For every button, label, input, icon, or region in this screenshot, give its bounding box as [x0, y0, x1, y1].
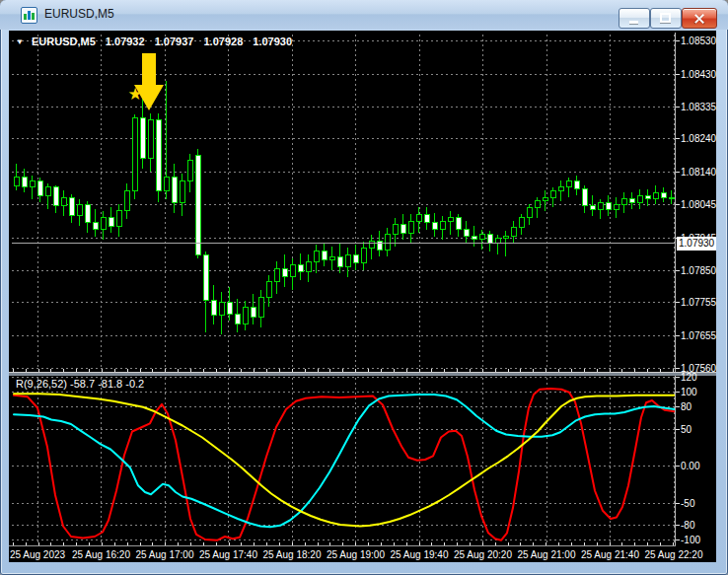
candle-body [337, 256, 342, 266]
indicator-scale-label: 50 [681, 424, 692, 435]
candle-body [432, 223, 437, 230]
candle-body [621, 199, 626, 204]
maximize-button[interactable] [650, 8, 682, 29]
time-axis-label: 25 Aug 16:20 [72, 549, 130, 560]
candle-body [543, 197, 547, 200]
candle-body [456, 218, 461, 230]
candle-body [203, 254, 208, 300]
candle-body [30, 180, 35, 187]
indicator-scale-label: 0.00 [681, 461, 700, 471]
candle-body [637, 195, 642, 202]
chart-window-icon [21, 7, 37, 24]
time-axis-label: 25 Aug 19:40 [391, 549, 449, 560]
price-axis-label: 1.08240 [681, 133, 716, 144]
pane-separator-bar[interactable] [9, 373, 716, 376]
candle-body [172, 178, 177, 203]
star-icon: ★ [127, 84, 142, 104]
candle-body [653, 192, 658, 199]
candle-body [45, 187, 50, 196]
time-axis-label: 25 Aug 19:00 [327, 549, 385, 560]
candle-body [440, 221, 445, 230]
candle-body [472, 237, 476, 240]
candle-body [116, 211, 121, 226]
close-button[interactable] [682, 8, 717, 29]
candle-body [243, 307, 248, 323]
candle-body [306, 261, 311, 271]
candle-body [511, 228, 516, 237]
candle-body [14, 178, 19, 186]
candle-body [669, 197, 674, 199]
chart-canvas[interactable]: 1.085301.084301.083351.082401.081401.080… [9, 31, 716, 562]
time-axis-label: 25 Aug 17:40 [199, 549, 257, 560]
window-title: EURUSD,M5 [44, 0, 114, 29]
price-axis-label: 1.08140 [681, 167, 716, 178]
candle-body [329, 256, 334, 259]
candle-body [180, 180, 184, 202]
candle-body [661, 192, 666, 197]
time-axis-label: 25 Aug 21:00 [518, 549, 576, 560]
terminal-chart-window: EURUSD,M5 1.085301.084301.083351.082401.… [0, 0, 728, 575]
indicator-scale-label: 100 [681, 387, 697, 397]
candle-body [266, 282, 271, 297]
candle-body [69, 197, 74, 216]
indicator-scale-label: -100 [681, 535, 700, 545]
candle-body [53, 187, 58, 206]
candle-body [235, 314, 240, 323]
candle-body [527, 207, 532, 217]
candle-body [416, 214, 421, 221]
time-axis[interactable]: 25 Aug 202325 Aug 16:2025 Aug 17:0025 Au… [10, 549, 703, 560]
candle-body [629, 199, 634, 202]
candle-body [606, 202, 611, 209]
candle-body [566, 180, 571, 187]
candle-body [582, 189, 587, 206]
price-axis-label: 1.07655 [681, 330, 716, 341]
candle-body [385, 235, 390, 250]
candle-body [258, 297, 263, 318]
candle-body [322, 252, 327, 260]
candle-body [550, 190, 555, 197]
quote-open: 1.07932 [106, 36, 145, 47]
candle-body [290, 265, 295, 277]
price-axis-label: 1.08530 [681, 36, 716, 46]
minimize-button[interactable] [619, 8, 650, 29]
candle-body [101, 218, 106, 230]
indicator-label: R(9,26,52) -58.7 -81.8 -0.2 [16, 378, 144, 390]
window-titlebar[interactable]: EURUSD,M5 [0, 0, 728, 30]
candle-body [519, 218, 524, 228]
candle-body [503, 237, 508, 239]
candle-body [535, 201, 540, 208]
candle-body [156, 119, 161, 190]
price-axis-label: 1.07850 [681, 265, 716, 276]
candle-body [109, 218, 113, 227]
price-axis-label: 1.07755 [681, 297, 716, 308]
current-price-marker: 1.07930 [677, 237, 717, 251]
minimize-icon [629, 21, 638, 24]
candle-body [22, 178, 27, 187]
current-price-value: 1.07930 [679, 238, 715, 249]
candle-body [353, 254, 358, 263]
price-axis-label: 1.08045 [681, 199, 716, 210]
candle-body [464, 230, 469, 237]
candle-body [495, 238, 500, 243]
candle-body [93, 223, 98, 230]
candle-body [187, 161, 192, 181]
close-icon [693, 13, 705, 25]
candle-body [408, 221, 413, 233]
candle-body [479, 235, 484, 240]
candle-body [85, 204, 90, 223]
candle-body [645, 195, 650, 198]
candle-body [369, 242, 374, 249]
candle-body [219, 302, 224, 316]
candle-body [614, 204, 619, 209]
symbol-collapse-arrow-icon[interactable]: ▼ [16, 37, 24, 46]
candle-body [61, 197, 66, 206]
pane-separator[interactable] [9, 372, 716, 373]
candle-body [377, 242, 382, 251]
candle-body [448, 218, 453, 221]
indicator-scale-label: -80 [681, 520, 695, 531]
time-axis-label: 25 Aug 21:40 [581, 549, 639, 560]
candle-body [282, 268, 287, 277]
quote-symbol: EURUSD,M5 [32, 36, 96, 47]
candle-body [424, 214, 429, 223]
quote-close: 1.07930 [253, 36, 292, 47]
